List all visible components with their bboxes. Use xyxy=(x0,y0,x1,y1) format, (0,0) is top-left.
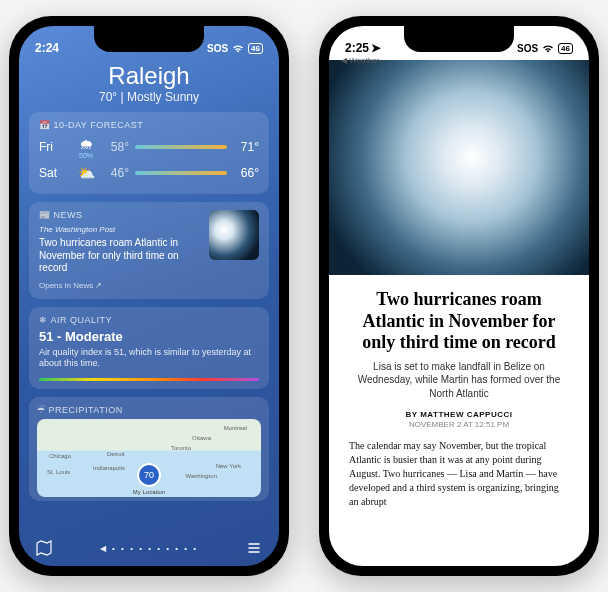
precip-map[interactable]: Montreal Ottawa Toronto Chicago Detroit … xyxy=(37,419,261,497)
phone-article: 2:25➤ SOS 46 ◀ Weather Two hurricanes ro… xyxy=(319,16,599,576)
status-sos: SOS xyxy=(517,43,538,54)
status-time: 2:24 xyxy=(35,41,59,55)
article-text: The calendar may say November, but the t… xyxy=(349,439,569,509)
forecast-header: 10-DAY FORECAST xyxy=(54,120,144,130)
news-header: NEWS xyxy=(54,210,83,221)
air-icon: ❄︎ xyxy=(39,315,48,325)
page-dots[interactable]: ◀ • • • • • • • • • • xyxy=(100,544,198,553)
article-headline: Two hurricanes roam Atlantic in November… xyxy=(349,289,569,354)
precip-header: PRECIPITATION xyxy=(49,405,123,415)
forecast-range-bar xyxy=(135,171,227,175)
article-hero-image xyxy=(329,60,589,275)
forecast-lo: 46° xyxy=(103,166,129,180)
map-city: Washington xyxy=(186,473,217,479)
location-header: Raleigh 70° | Mostly Sunny xyxy=(19,62,279,104)
status-sos: SOS xyxy=(207,43,228,54)
list-icon[interactable] xyxy=(245,539,263,557)
notch xyxy=(94,26,204,52)
back-to-weather[interactable]: ◀ Weather xyxy=(341,56,379,65)
forecast-row[interactable]: Fri 🌧50% 58° 71° xyxy=(39,134,259,160)
location-name: Raleigh xyxy=(19,62,279,90)
location-temp: 70° xyxy=(99,90,117,104)
notch xyxy=(404,26,514,52)
news-title: Two hurricanes roam Atlantic in November… xyxy=(39,237,201,275)
air-quality-card[interactable]: ❄︎AIR QUALITY 51 - Moderate Air quality … xyxy=(29,307,269,389)
umbrella-icon: ☔︎ xyxy=(37,405,46,415)
map-icon[interactable] xyxy=(35,539,53,557)
rain-icon: 🌧50% xyxy=(75,136,97,159)
map-city: New York xyxy=(216,463,241,469)
news-card[interactable]: 📰NEWS The Washington Post Two hurricanes… xyxy=(29,202,269,299)
map-city: Detroit xyxy=(107,451,125,457)
map-legend: My Location xyxy=(133,489,165,495)
article-subhead: Lisa is set to make landfall in Belize o… xyxy=(349,360,569,401)
forecast-pct: 50% xyxy=(75,152,97,159)
forecast-row[interactable]: Sat ⛅ 46° 66° xyxy=(39,160,259,186)
news-icon: 📰 xyxy=(39,210,51,221)
map-city: Montreal xyxy=(224,425,247,431)
forecast-range-bar xyxy=(135,145,227,149)
news-source: The Washington Post xyxy=(39,225,201,235)
precipitation-card[interactable]: ☔︎PRECIPITATION Montreal Ottawa Toronto … xyxy=(29,397,269,501)
map-city: Indianapolis xyxy=(93,465,125,471)
news-open-link[interactable]: Opens in News ↗ xyxy=(39,281,201,291)
forecast-lo: 58° xyxy=(103,140,129,154)
calendar-icon: 📅 xyxy=(39,120,51,130)
location-cond: Mostly Sunny xyxy=(127,90,199,104)
map-city: Ottawa xyxy=(192,435,211,441)
phone-weather: 2:24 SOS 46 Raleigh 70° | Mostly Sunny 📅… xyxy=(9,16,289,576)
aq-scale-bar xyxy=(39,378,259,381)
forecast-hi: 71° xyxy=(233,140,259,154)
wifi-icon xyxy=(542,44,554,53)
article-date: NOVEMBER 2 AT 12:51 PM xyxy=(349,420,569,429)
wifi-icon xyxy=(232,44,244,53)
forecast-day: Sat xyxy=(39,166,69,180)
map-city: Chicago xyxy=(49,453,71,459)
partly-cloudy-icon: ⛅ xyxy=(75,165,97,181)
forecast-hi: 66° xyxy=(233,166,259,180)
aq-value: 51 - Moderate xyxy=(39,329,259,344)
map-city: St. Louis xyxy=(47,469,70,475)
bottom-nav: ◀ • • • • • • • • • • xyxy=(19,530,279,566)
aq-detail: Air quality index is 51, which is simila… xyxy=(39,347,259,370)
status-time: 2:25➤ xyxy=(345,41,381,55)
battery-icon: 46 xyxy=(248,43,263,54)
news-thumbnail xyxy=(209,210,259,260)
aq-header: AIR QUALITY xyxy=(51,315,113,325)
battery-icon: 46 xyxy=(558,43,573,54)
map-pin[interactable]: 70 xyxy=(137,463,161,487)
map-city: Toronto xyxy=(171,445,191,451)
forecast-day: Fri xyxy=(39,140,69,154)
forecast-card[interactable]: 📅10-DAY FORECAST Fri 🌧50% 58° 71° Sat ⛅ … xyxy=(29,112,269,194)
location-arrow-icon: ➤ xyxy=(371,41,381,55)
article-byline: BY MATTHEW CAPPUCCI xyxy=(349,410,569,419)
article-body[interactable]: Two hurricanes roam Atlantic in November… xyxy=(329,275,589,509)
